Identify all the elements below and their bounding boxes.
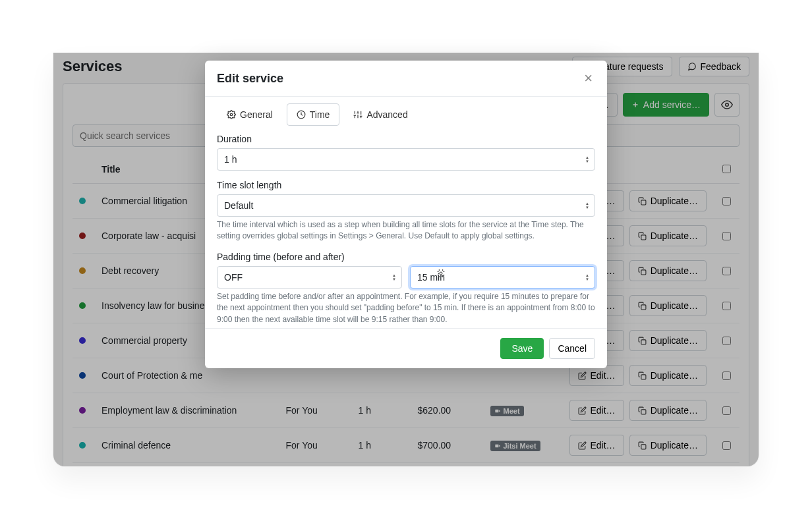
save-label: Save <box>511 343 533 354</box>
padding-after-value: 15 min <box>417 272 445 283</box>
padding-after-select[interactable]: 15 min <box>410 266 595 288</box>
chevron-updown-icon <box>585 273 589 281</box>
chevron-updown-icon <box>392 273 396 281</box>
sliders-icon <box>353 110 362 119</box>
padding-before-value: OFF <box>224 272 243 283</box>
tab-general[interactable]: General <box>217 103 283 126</box>
clock-icon <box>297 110 306 119</box>
save-button[interactable]: Save <box>500 338 544 359</box>
duration-select[interactable]: 1 h <box>217 148 595 171</box>
slot-length-help: The time interval which is used as a ste… <box>217 219 595 242</box>
cancel-label: Cancel <box>558 343 587 354</box>
svg-point-13 <box>230 113 233 116</box>
edit-service-modal: Edit service × General Time Advanced <box>205 61 607 368</box>
chevron-updown-icon <box>585 202 589 209</box>
slot-length-select[interactable]: Default <box>217 194 595 217</box>
tab-general-label: General <box>240 109 273 120</box>
padding-label: Padding time (before and after) <box>217 252 595 262</box>
modal-tabs: General Time Advanced <box>217 103 595 126</box>
modal-title: Edit service <box>217 72 283 86</box>
cancel-button[interactable]: Cancel <box>549 338 595 359</box>
tab-time[interactable]: Time <box>287 103 340 126</box>
duration-label: Duration <box>217 134 595 144</box>
slot-length-label: Time slot length <box>217 180 595 190</box>
close-icon: × <box>584 70 593 86</box>
tab-advanced[interactable]: Advanced <box>343 103 417 126</box>
padding-before-select[interactable]: OFF <box>217 266 402 288</box>
modal-close-button[interactable]: × <box>581 70 595 87</box>
tab-time-label: Time <box>310 109 330 120</box>
tab-advanced-label: Advanced <box>366 109 407 120</box>
slot-length-value: Default <box>224 200 253 211</box>
gear-icon <box>227 110 236 119</box>
duration-value: 1 h <box>224 154 237 165</box>
padding-help: Set padding time before and/or after an … <box>217 291 595 325</box>
chevron-updown-icon <box>585 155 589 163</box>
